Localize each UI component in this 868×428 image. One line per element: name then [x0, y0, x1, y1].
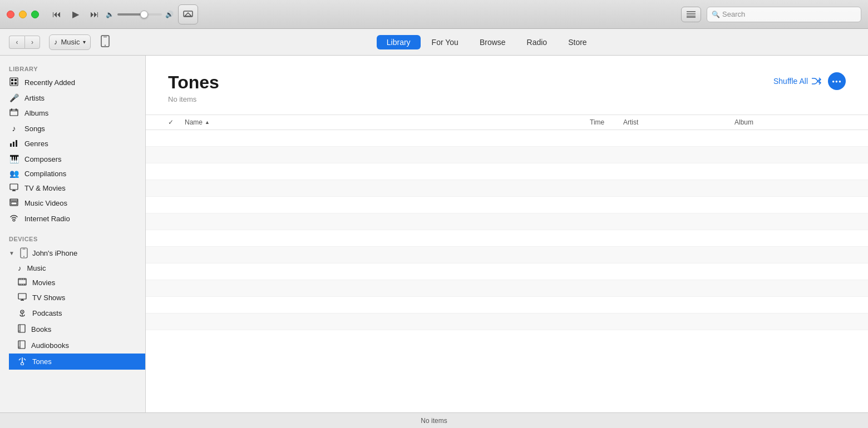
library-selector[interactable]: ♪ Music ▾ — [49, 34, 91, 50]
volume-slider[interactable] — [117, 13, 162, 16]
sidebar-item-genres[interactable]: Genres — [0, 136, 145, 152]
sidebar-item-device-books[interactable]: Books — [9, 321, 145, 337]
maximize-button[interactable] — [31, 11, 39, 18]
sidebar-item-composers[interactable]: 🎹 Composers — [0, 152, 145, 166]
close-button[interactable] — [7, 11, 14, 18]
search-icon: 🔍 — [712, 11, 720, 18]
expand-icon: ▼ — [9, 250, 14, 256]
sidebar-item-albums[interactable]: Albums — [0, 105, 145, 121]
list-view-button[interactable] — [681, 7, 701, 22]
sidebar-item-label: Music — [27, 264, 46, 272]
tab-store[interactable]: Store — [558, 35, 596, 49]
table-row — [146, 197, 868, 213]
shuffle-all-label: Shuffle All — [773, 77, 808, 86]
device-header[interactable]: ▼ John's iPhone — [0, 245, 145, 261]
sidebar-item-label: TV Shows — [32, 293, 65, 302]
search-bar[interactable]: 🔍 Search — [707, 7, 861, 22]
back-button[interactable]: ‹ — [9, 36, 24, 49]
sidebar-item-device-podcasts[interactable]: Podcasts — [9, 305, 145, 321]
status-text: No items — [421, 417, 447, 425]
table-row — [146, 313, 868, 330]
list-icon — [687, 11, 696, 18]
sidebar-item-label: Compilations — [24, 170, 66, 178]
more-options-button[interactable]: ●●● — [828, 72, 846, 90]
table-row — [146, 147, 868, 163]
volume-high-icon: 🔊 — [165, 11, 174, 18]
sidebar-item-tv-movies[interactable]: TV & Movies — [0, 181, 145, 196]
tab-library[interactable]: Library — [377, 35, 421, 49]
table-container: ✓ Name ▲ Time Artist Album — [146, 115, 868, 412]
sidebar-item-device-audiobooks[interactable]: Audiobooks — [9, 337, 145, 354]
sidebar-item-songs[interactable]: ♪ Songs — [0, 121, 145, 136]
sidebar-item-label: Albums — [24, 109, 48, 117]
volume-thumb — [140, 11, 148, 18]
sidebar-item-music-videos[interactable]: Music Videos — [0, 196, 145, 211]
fast-forward-button[interactable]: ⏭ — [88, 8, 101, 21]
forward-button[interactable]: › — [24, 36, 40, 49]
library-label: Music — [61, 38, 80, 46]
table-rows — [146, 130, 868, 330]
rewind-button[interactable]: ⏮ — [50, 8, 63, 21]
composers-icon: 🎹 — [9, 155, 19, 163]
iphone-icon — [101, 35, 110, 47]
sidebar-item-device-music[interactable]: ♪ Music — [9, 261, 145, 275]
sort-arrow-icon: ▲ — [205, 120, 210, 125]
shuffle-icon — [811, 77, 821, 85]
device-tvshows-icon — [18, 293, 27, 302]
sidebar-item-device-tones[interactable]: Tones — [9, 354, 145, 370]
sidebar-item-artists[interactable]: 🎤 Artists — [0, 91, 145, 105]
sidebar-item-label: TV & Movies — [24, 184, 66, 192]
more-dots-icon: ●●● — [832, 79, 842, 84]
table-row — [146, 263, 868, 280]
status-bar: No items — [0, 412, 868, 428]
svg-rect-19 — [16, 140, 17, 147]
traffic-lights — [7, 11, 39, 18]
col-check: ✓ — [168, 118, 185, 126]
device-subitems: ♪ Music — [0, 261, 145, 370]
svg-rect-10 — [14, 79, 17, 81]
devices-section-header: Devices — [0, 231, 145, 245]
col-album: Album — [734, 118, 846, 126]
sidebar-item-recently-added[interactable]: Recently Added — [0, 74, 145, 91]
sidebar-item-compilations[interactable]: 👥 Compilations — [0, 166, 145, 181]
device-audiobooks-icon — [18, 340, 26, 351]
airplay-button[interactable] — [178, 4, 198, 24]
page-subtitle: No items — [168, 95, 219, 103]
shuffle-all-button[interactable]: Shuffle All — [773, 77, 821, 86]
tab-radio[interactable]: Radio — [517, 35, 558, 49]
content-actions: Shuffle All ●●● — [773, 72, 846, 90]
iphone-device-icon — [20, 247, 28, 258]
genres-icon — [9, 138, 19, 149]
svg-rect-16 — [16, 109, 17, 111]
tab-for-you[interactable]: For You — [422, 35, 468, 49]
table-header: ✓ Name ▲ Time Artist Album — [146, 115, 868, 130]
sidebar: Library Recently Added 🎤 Artists — [0, 56, 146, 412]
search-placeholder: Search — [722, 10, 745, 18]
sidebar-item-label: Songs — [24, 125, 45, 133]
sidebar-item-internet-radio[interactable]: Internet Radio — [0, 211, 145, 227]
col-name[interactable]: Name ▲ — [185, 118, 590, 126]
svg-rect-26 — [11, 202, 17, 205]
svg-point-29 — [23, 256, 24, 257]
device-button[interactable] — [101, 35, 110, 49]
page-title: Tones — [168, 72, 219, 93]
content-area: Tones No items Shuffle All ●●● — [146, 56, 868, 412]
tab-browse[interactable]: Browse — [470, 35, 516, 49]
svg-rect-11 — [11, 82, 13, 84]
col-time: Time — [590, 118, 623, 126]
table-row — [146, 280, 868, 297]
device-books-icon — [18, 324, 26, 335]
volume-low-icon: 🔈 — [106, 11, 114, 18]
main-layout: Library Recently Added 🎤 Artists — [0, 56, 868, 412]
svg-rect-40 — [18, 293, 26, 299]
sidebar-item-device-tvshows[interactable]: TV Shows — [9, 290, 145, 305]
titlebar-right: 🔍 Search — [681, 7, 861, 22]
svg-point-44 — [22, 311, 23, 312]
minimize-button[interactable] — [19, 11, 27, 18]
sidebar-item-label: Recently Added — [24, 78, 75, 87]
play-button[interactable]: ▶ — [70, 8, 81, 21]
sidebar-item-device-movies[interactable]: Movies — [9, 275, 145, 290]
table-row — [146, 213, 868, 230]
nav-tabs: Library For You Browse Radio Store — [377, 35, 597, 49]
chevron-down-icon: ▾ — [83, 39, 86, 45]
